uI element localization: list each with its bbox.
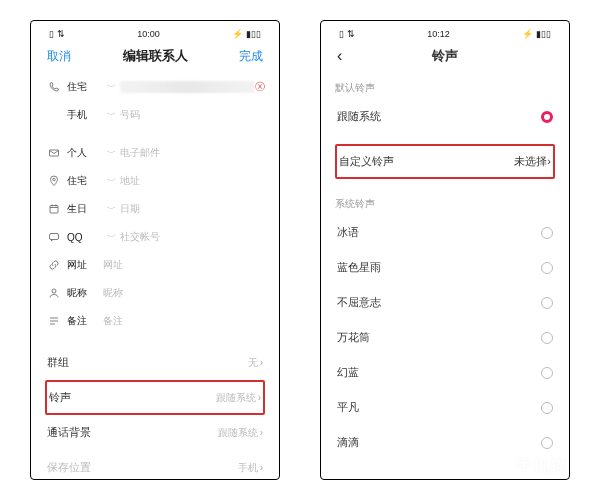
field-placeholder: 号码 bbox=[120, 108, 265, 122]
option-ringtone[interactable]: 万花筒 bbox=[335, 320, 555, 355]
field-placeholder: 网址 bbox=[103, 258, 265, 272]
note-icon bbox=[45, 314, 63, 328]
chevron-right-icon: › bbox=[258, 392, 261, 403]
radio-icon bbox=[541, 262, 553, 274]
status-left: ▯ ⇅ bbox=[49, 29, 65, 39]
location-icon bbox=[45, 174, 63, 188]
field-note[interactable]: 备注 备注 bbox=[45, 307, 265, 335]
chevron-down-icon: ﹀ bbox=[103, 203, 120, 216]
field-placeholder: 电子邮件 bbox=[120, 146, 265, 160]
option-label: 平凡 bbox=[337, 400, 359, 415]
row-label: 铃声 bbox=[49, 390, 71, 405]
row-value: 未选择 bbox=[514, 155, 547, 167]
field-label: 住宅 bbox=[63, 174, 103, 188]
field-address[interactable]: 住宅 ﹀ 地址 bbox=[45, 167, 265, 195]
field-label: 住宅 bbox=[63, 80, 103, 94]
svg-rect-0 bbox=[50, 150, 59, 156]
row-value: 跟随系统 bbox=[218, 426, 258, 440]
radio-icon bbox=[541, 297, 553, 309]
chevron-down-icon: ﹀ bbox=[103, 109, 120, 122]
field-birthday[interactable]: 生日 ﹀ 日期 bbox=[45, 195, 265, 223]
calendar-icon bbox=[45, 202, 63, 216]
option-label: 不屈意志 bbox=[337, 295, 381, 310]
option-label: 幻蓝 bbox=[337, 365, 359, 380]
phone-edit-contact: ▯ ⇅ 10:00 ⚡ ▮▯▯ 取消 编辑联系人 完成 住宅 ﹀ ⓧ 手机 ﹀ … bbox=[30, 20, 280, 480]
row-value: 无 bbox=[248, 356, 258, 370]
row-call-background[interactable]: 通话背景 跟随系统› bbox=[45, 415, 265, 450]
edit-header: 取消 编辑联系人 完成 bbox=[45, 45, 265, 73]
row-label: 群组 bbox=[47, 355, 69, 370]
option-label: 跟随系统 bbox=[337, 109, 381, 124]
chevron-right-icon: › bbox=[260, 427, 263, 438]
svg-point-1 bbox=[53, 178, 56, 181]
radio-icon bbox=[541, 227, 553, 239]
field-label: 网址 bbox=[63, 258, 103, 272]
field-email[interactable]: 个人 ﹀ 电子邮件 bbox=[45, 139, 265, 167]
option-label: 万花筒 bbox=[337, 330, 370, 345]
chevron-down-icon: ﹀ bbox=[103, 147, 120, 160]
option-ringtone[interactable]: 幻蓝 bbox=[335, 355, 555, 390]
field-qq[interactable]: QQ ﹀ 社交帐号 bbox=[45, 223, 265, 251]
row-value: 手机 bbox=[238, 461, 258, 475]
ringtone-header: ‹ 铃声 bbox=[335, 45, 555, 73]
delete-icon[interactable]: ⓧ bbox=[255, 80, 265, 94]
field-mobile[interactable]: 手机 ﹀ 号码 bbox=[45, 101, 265, 129]
field-value-redacted bbox=[120, 81, 255, 93]
chevron-down-icon: ﹀ bbox=[103, 175, 120, 188]
chevron-down-icon: ﹀ bbox=[103, 81, 120, 94]
status-time: 10:12 bbox=[427, 29, 450, 39]
row-ringtone[interactable]: 铃声 跟随系统› bbox=[45, 380, 265, 415]
option-follow-system[interactable]: 跟随系统 bbox=[335, 99, 555, 134]
field-placeholder: 日期 bbox=[120, 202, 265, 216]
field-label: QQ bbox=[63, 232, 103, 243]
field-home-phone[interactable]: 住宅 ﹀ ⓧ bbox=[45, 73, 265, 101]
option-ringtone[interactable]: 平凡 bbox=[335, 390, 555, 425]
link-icon bbox=[45, 258, 63, 272]
field-placeholder: 地址 bbox=[120, 174, 265, 188]
cancel-button[interactable]: 取消 bbox=[47, 48, 71, 65]
user-icon bbox=[45, 286, 63, 300]
chevron-down-icon: ﹀ bbox=[103, 231, 120, 244]
option-label: 冰语 bbox=[337, 225, 359, 240]
status-left: ▯ ⇅ bbox=[339, 29, 355, 39]
option-ringtone[interactable]: 滴滴 bbox=[335, 425, 555, 460]
field-label: 备注 bbox=[63, 314, 103, 328]
row-value: 跟随系统 bbox=[216, 391, 256, 405]
row-save-location[interactable]: 保存位置 手机› bbox=[45, 450, 265, 480]
phone-ringtone: ▯ ⇅ 10:12 ⚡ ▮▯▯ ‹ 铃声 默认铃声 跟随系统 自定义铃声 未选择… bbox=[320, 20, 570, 480]
radio-icon bbox=[541, 437, 553, 449]
svg-rect-3 bbox=[50, 234, 59, 240]
status-right: ⚡ ▮▯▯ bbox=[232, 29, 261, 39]
option-ringtone[interactable]: 不屈意志 bbox=[335, 285, 555, 320]
radio-selected-icon bbox=[541, 111, 553, 123]
row-label: 自定义铃声 bbox=[339, 154, 394, 169]
row-label: 通话背景 bbox=[47, 425, 91, 440]
mail-icon bbox=[45, 146, 63, 160]
option-label: 滴滴 bbox=[337, 435, 359, 450]
field-nickname[interactable]: 昵称 昵称 bbox=[45, 279, 265, 307]
field-label: 个人 bbox=[63, 146, 103, 160]
option-label: 蓝色星雨 bbox=[337, 260, 381, 275]
option-ringtone[interactable]: 蓝色星雨 bbox=[335, 250, 555, 285]
chevron-right-icon: › bbox=[260, 357, 263, 368]
row-custom-ringtone[interactable]: 自定义铃声 未选择› bbox=[335, 144, 555, 179]
svg-rect-2 bbox=[50, 206, 58, 214]
field-placeholder: 社交帐号 bbox=[120, 230, 265, 244]
status-bar: ▯ ⇅ 10:00 ⚡ ▮▯▯ bbox=[45, 27, 265, 45]
field-placeholder: 备注 bbox=[103, 314, 265, 328]
status-right: ⚡ ▮▯▯ bbox=[522, 29, 551, 39]
phone-icon bbox=[45, 80, 63, 94]
radio-icon bbox=[541, 367, 553, 379]
svg-point-4 bbox=[52, 289, 56, 293]
status-time: 10:00 bbox=[137, 29, 160, 39]
row-group[interactable]: 群组 无› bbox=[45, 345, 265, 380]
radio-icon bbox=[541, 332, 553, 344]
status-bar: ▯ ⇅ 10:12 ⚡ ▮▯▯ bbox=[335, 27, 555, 45]
field-label: 生日 bbox=[63, 202, 103, 216]
row-label: 保存位置 bbox=[47, 460, 91, 475]
done-button[interactable]: 完成 bbox=[239, 48, 263, 65]
option-ringtone[interactable]: 冰语 bbox=[335, 215, 555, 250]
chevron-right-icon: › bbox=[547, 155, 551, 167]
chat-icon bbox=[45, 230, 63, 244]
field-url[interactable]: 网址 网址 bbox=[45, 251, 265, 279]
